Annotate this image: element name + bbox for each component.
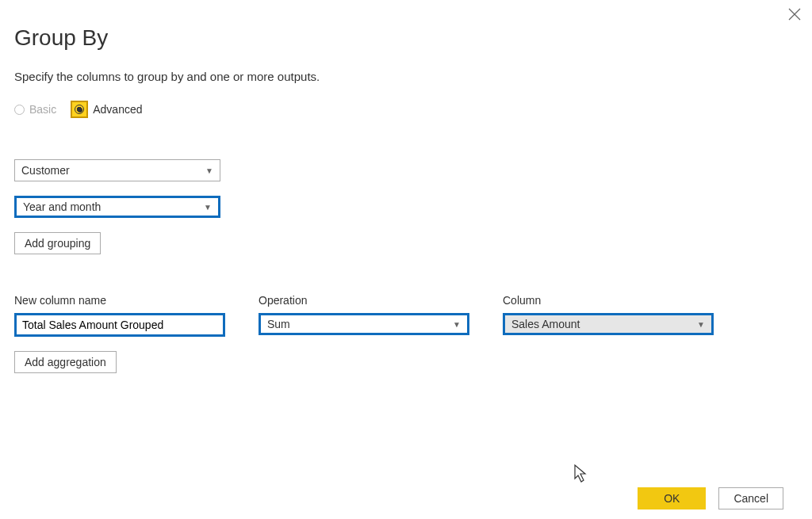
radio-advanced-label: Advanced xyxy=(93,103,142,116)
cancel-button[interactable]: Cancel xyxy=(718,487,783,509)
operation-value: Sum xyxy=(267,318,290,330)
radio-advanced[interactable]: Advanced xyxy=(71,101,142,118)
new-column-name-input[interactable] xyxy=(14,313,225,337)
header-column: Column xyxy=(503,294,714,307)
ok-button[interactable]: OK xyxy=(638,487,706,509)
column-value: Sales Amount xyxy=(511,318,580,330)
add-aggregation-button[interactable]: Add aggregation xyxy=(14,351,117,373)
chevron-down-icon: ▼ xyxy=(697,320,705,329)
radio-basic[interactable]: Basic xyxy=(14,103,56,116)
grouping-dropdown-2[interactable]: Year and month ▼ xyxy=(14,196,220,218)
dialog-footer: OK Cancel xyxy=(638,487,783,509)
column-dropdown[interactable]: Sales Amount ▼ xyxy=(503,313,714,335)
cursor-icon xyxy=(574,464,590,485)
grouping-dropdown-1[interactable]: Customer ▼ xyxy=(14,159,220,181)
dialog-title: Group By xyxy=(0,0,812,51)
grouping-value-1: Customer xyxy=(21,164,70,177)
chevron-down-icon: ▼ xyxy=(205,166,213,175)
radio-icon xyxy=(14,105,25,115)
chevron-down-icon: ▼ xyxy=(204,203,212,212)
close-button[interactable] xyxy=(788,8,801,23)
dialog-subtitle: Specify the columns to group by and one … xyxy=(0,51,812,83)
radio-selected-icon xyxy=(71,101,88,118)
add-grouping-button[interactable]: Add grouping xyxy=(14,232,101,254)
grouping-value-2: Year and month xyxy=(23,200,101,213)
chevron-down-icon: ▼ xyxy=(453,320,461,329)
operation-dropdown[interactable]: Sum ▼ xyxy=(259,313,469,335)
mode-selector: Basic Advanced xyxy=(0,83,812,118)
header-operation: Operation xyxy=(259,294,469,307)
radio-basic-label: Basic xyxy=(29,103,56,116)
header-new-column: New column name xyxy=(14,294,225,307)
